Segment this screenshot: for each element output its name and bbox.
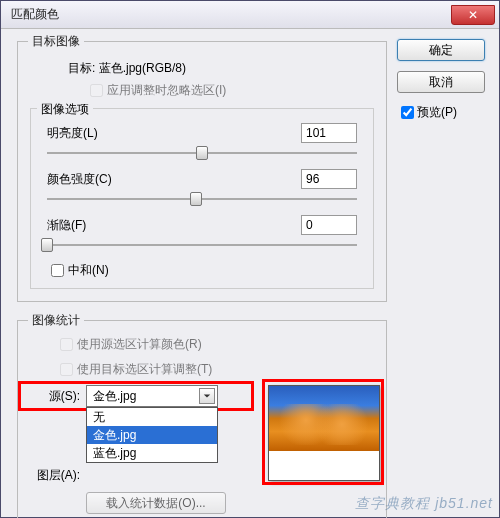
source-thumbnail xyxy=(268,385,380,481)
thumbnail-image xyxy=(269,386,379,451)
preview-label: 预览(P) xyxy=(417,104,457,121)
intensity-slider[interactable] xyxy=(47,191,357,207)
source-combo-box[interactable]: 金色.jpg xyxy=(86,385,218,407)
right-button-column: 确定 取消 预览(P) xyxy=(397,39,489,122)
neutralize-checkbox[interactable] xyxy=(51,264,64,277)
intensity-label: 颜色强度(C) xyxy=(47,171,118,188)
source-option-blue[interactable]: 蓝色.jpg xyxy=(87,444,217,462)
slider-track-line xyxy=(47,198,357,200)
intensity-input[interactable] xyxy=(301,169,357,189)
preview-checkbox-row[interactable]: 预览(P) xyxy=(397,103,489,122)
intensity-row: 颜色强度(C) xyxy=(41,169,363,207)
load-stats-button[interactable]: 载入统计数据(O)... xyxy=(86,492,226,514)
image-stats-group: 图像统计 使用源选区计算颜色(R) 使用目标选区计算调整(T) 源(S): 金色… xyxy=(17,312,387,518)
dialog-content: 确定 取消 预览(P) 目标图像 目标: 蓝色.jpg(RGB/8) 应用调整时… xyxy=(9,33,491,509)
target-label: 目标: xyxy=(68,61,95,75)
window-close-button[interactable]: ✕ xyxy=(451,5,495,25)
luminance-row: 明亮度(L) xyxy=(41,123,363,161)
luminance-thumb[interactable] xyxy=(196,146,208,160)
fade-input[interactable] xyxy=(301,215,357,235)
use-target-sel-row: 使用目标选区计算调整(T) xyxy=(56,360,376,379)
image-options-group: 图像选项 明亮度(L) 颜色强度(C) xyxy=(30,108,374,289)
left-column: 目标图像 目标: 蓝色.jpg(RGB/8) 应用调整时忽略选区(I) 图像选项… xyxy=(17,33,387,518)
source-label: 源(S): xyxy=(28,388,86,405)
image-stats-legend: 图像统计 xyxy=(28,312,84,329)
use-source-sel-label: 使用源选区计算颜色(R) xyxy=(77,336,202,353)
target-image-legend: 目标图像 xyxy=(28,33,84,50)
source-combo-value: 金色.jpg xyxy=(93,388,136,405)
ok-button[interactable]: 确定 xyxy=(397,39,485,61)
source-option-none[interactable]: 无 xyxy=(87,408,217,426)
use-source-sel-row: 使用源选区计算颜色(R) xyxy=(56,335,376,354)
chevron-down-icon xyxy=(199,388,215,404)
intensity-thumb[interactable] xyxy=(190,192,202,206)
close-icon: ✕ xyxy=(468,8,478,22)
layer-label: 图层(A): xyxy=(28,467,86,484)
use-target-sel-label: 使用目标选区计算调整(T) xyxy=(77,361,212,378)
target-image-group: 目标图像 目标: 蓝色.jpg(RGB/8) 应用调整时忽略选区(I) 图像选项… xyxy=(17,33,387,302)
titlebar: 匹配颜色 ✕ xyxy=(1,1,499,29)
image-options-legend: 图像选项 xyxy=(37,101,93,118)
use-source-sel-checkbox xyxy=(60,338,73,351)
target-line: 目标: 蓝色.jpg(RGB/8) xyxy=(68,60,376,77)
slider-track-line xyxy=(47,244,357,246)
match-color-dialog: 匹配颜色 ✕ 确定 取消 预览(P) 目标图像 目标: 蓝色.jpg(RGB/8… xyxy=(0,0,500,518)
fade-thumb[interactable] xyxy=(41,238,53,252)
source-dropdown: 无 金色.jpg 蓝色.jpg xyxy=(86,407,218,463)
preview-checkbox[interactable] xyxy=(401,106,414,119)
luminance-label: 明亮度(L) xyxy=(47,125,104,142)
source-option-gold[interactable]: 金色.jpg xyxy=(87,426,217,444)
ignore-selection-checkbox xyxy=(90,84,103,97)
use-target-sel-checkbox xyxy=(60,363,73,376)
neutralize-label: 中和(N) xyxy=(68,262,109,279)
target-value: 蓝色.jpg(RGB/8) xyxy=(99,61,186,75)
fade-row: 渐隐(F) xyxy=(41,215,363,253)
ignore-selection-row: 应用调整时忽略选区(I) xyxy=(86,81,376,100)
cancel-button[interactable]: 取消 xyxy=(397,71,485,93)
fade-slider[interactable] xyxy=(47,237,357,253)
luminance-input[interactable] xyxy=(301,123,357,143)
source-combo[interactable]: 金色.jpg 无 金色.jpg 蓝色.jpg xyxy=(86,385,218,407)
ignore-selection-label: 应用调整时忽略选区(I) xyxy=(107,82,226,99)
window-title: 匹配颜色 xyxy=(5,6,451,23)
neutralize-row[interactable]: 中和(N) xyxy=(47,261,363,280)
luminance-slider[interactable] xyxy=(47,145,357,161)
fade-label: 渐隐(F) xyxy=(47,217,92,234)
